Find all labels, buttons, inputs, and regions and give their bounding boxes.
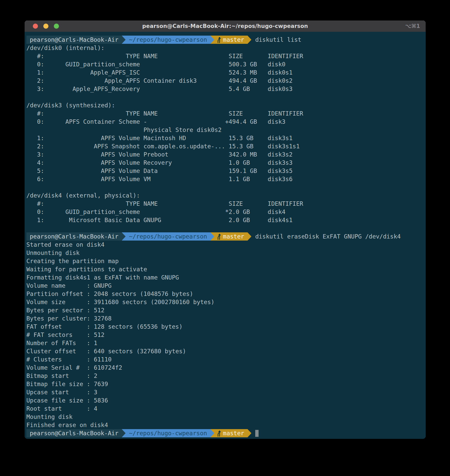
- terminal-line: Bitmap start : 2: [26, 372, 426, 380]
- terminal-line: /dev/disk4 (external, physical):: [26, 191, 426, 200]
- prompt-git-segment: master: [214, 429, 248, 437]
- prompt-line: pearson@Carls-MacBook-Air~/repos/hugo-cw…: [26, 36, 426, 44]
- window-title: pearson@Carls-MacBook-Air:~/repos/hugo-c…: [142, 23, 308, 29]
- prompt-git-segment: master: [214, 232, 248, 241]
- powerline-separator-icon: [122, 232, 126, 241]
- terminal-line: Volume Serial # : 610724f2: [26, 364, 426, 372]
- terminal-line: 6: APFS Volume VM 1.1 GB disk3s6: [26, 175, 426, 183]
- powerline-separator-icon: [210, 36, 214, 44]
- terminal-line: Mounting disk: [26, 413, 426, 421]
- window-shortcut-badge: ⌥⌘1: [405, 20, 420, 32]
- terminal-line: Volume size : 3911680 sectors (200278016…: [26, 298, 426, 306]
- terminal-line: /dev/disk3 (synthesized):: [26, 101, 426, 109]
- terminal-line: Bitmap file size : 7639: [26, 380, 426, 388]
- powerline-separator-icon: [122, 36, 126, 44]
- close-button[interactable]: [33, 24, 38, 29]
- powerline-separator-icon: [210, 232, 214, 241]
- powerline-separator-icon: [248, 429, 251, 437]
- terminal-line: Upcase start : 3: [26, 388, 426, 396]
- terminal-line: Formatting disk4s1 as ExFAT with name GN…: [26, 273, 426, 282]
- terminal-line: Bytes per sector : 512: [26, 306, 426, 314]
- terminal-line: Creating the partition map: [26, 257, 426, 265]
- terminal-line: 4: APFS Volume Recovery 1.0 GB disk3s3: [26, 159, 426, 167]
- prompt-directory-segment: ~/repos/hugo-cwpearson: [126, 36, 210, 44]
- terminal-window: pearson@Carls-MacBook-Air:~/repos/hugo-c…: [25, 20, 426, 439]
- terminal-line: 0: GUID_partition_scheme 500.3 GB disk0: [26, 60, 426, 68]
- terminal-line: 2: APFS Snapshot com.apple.os.update-...…: [26, 142, 426, 150]
- powerline-separator-icon: [248, 232, 251, 241]
- terminal-line: 3: APFS Volume Preboot 342.0 MB disk3s2: [26, 150, 426, 159]
- terminal-line: # FAT sectors : 512: [26, 331, 426, 339]
- terminal-line: Physical Store disk0s2: [26, 126, 426, 134]
- terminal-content[interactable]: pearson@Carls-MacBook-Air~/repos/hugo-cw…: [25, 32, 426, 437]
- terminal-line: [26, 224, 426, 232]
- prompt-user-segment: pearson@Carls-MacBook-Air: [26, 429, 122, 437]
- powerline-separator-icon: [210, 429, 214, 437]
- terminal-line: FAT offset : 128 sectors (65536 bytes): [26, 323, 426, 331]
- terminal-line: Started erase on disk4: [26, 241, 426, 249]
- terminal-line: Number of FATs : 1: [26, 339, 426, 347]
- terminal-line: 2: Apple_APFS Container disk3 494.4 GB d…: [26, 77, 426, 85]
- terminal-line: /dev/disk0 (internal):: [26, 44, 426, 52]
- terminal-line: 0: APFS Container Scheme - +494.4 GB dis…: [26, 118, 426, 126]
- powerline-separator-icon: [248, 36, 251, 44]
- terminal-line: Waiting for partitions to activate: [26, 265, 426, 273]
- terminal-line: #: TYPE NAME SIZE IDENTIFIER: [26, 200, 426, 208]
- git-branch-icon: [217, 233, 221, 240]
- terminal-line: Upcase file size : 5836: [26, 396, 426, 405]
- minimize-button[interactable]: [43, 24, 48, 29]
- terminal-line: #: TYPE NAME SIZE IDENTIFIER: [26, 52, 426, 60]
- prompt-directory-segment: ~/repos/hugo-cwpearson: [126, 232, 210, 241]
- powerline-separator-icon: [122, 429, 126, 437]
- git-branch-icon: [217, 430, 221, 437]
- terminal-line: Volume name : GNUPG: [26, 282, 426, 290]
- terminal-line: 1: Apple_APFS_ISC 524.3 MB disk0s1: [26, 68, 426, 77]
- prompt-line: pearson@Carls-MacBook-Air~/repos/hugo-cw…: [26, 429, 426, 437]
- git-branch-name: master: [223, 429, 244, 437]
- terminal-line: Unmounting disk: [26, 249, 426, 257]
- terminal-line: 1: Microsoft Basic Data GNUPG 2.0 GB dis…: [26, 216, 426, 224]
- prompt-git-segment: master: [214, 36, 248, 44]
- prompt-line: pearson@Carls-MacBook-Air~/repos/hugo-cw…: [26, 232, 426, 241]
- command-text: diskutil eraseDisk ExFAT GNUPG /dev/disk…: [255, 232, 401, 241]
- terminal-line: #: TYPE NAME SIZE IDENTIFIER: [26, 109, 426, 118]
- terminal-line: [26, 183, 426, 191]
- terminal-line: # Clusters : 61110: [26, 355, 426, 364]
- terminal-line: [26, 93, 426, 101]
- prompt-directory-segment: ~/repos/hugo-cwpearson: [126, 429, 210, 437]
- terminal-line: Root start : 4: [26, 405, 426, 413]
- prompt-user-segment: pearson@Carls-MacBook-Air: [26, 36, 122, 44]
- terminal-line: Cluster offset : 640 sectors (327680 byt…: [26, 347, 426, 355]
- prompt-user-segment: pearson@Carls-MacBook-Air: [26, 232, 122, 241]
- terminal-line: Bytes per cluster: 32768: [26, 314, 426, 323]
- fullscreen-button[interactable]: [54, 24, 59, 29]
- terminal-cursor: [255, 430, 259, 437]
- terminal-line: Partition offset : 2048 sectors (1048576…: [26, 290, 426, 298]
- terminal-line: 1: APFS Volume Macintosh HD 15.3 GB disk…: [26, 134, 426, 142]
- git-branch-icon: [217, 36, 221, 43]
- terminal-line: 3: Apple_APFS_Recovery 5.4 GB disk0s3: [26, 85, 426, 93]
- traffic-lights: [33, 24, 59, 29]
- terminal-line: 5: APFS Volume Data 159.1 GB disk3s5: [26, 167, 426, 175]
- git-branch-name: master: [223, 232, 244, 241]
- command-text: diskutil list: [255, 36, 301, 44]
- terminal-line: Finished erase on disk4: [26, 421, 426, 429]
- titlebar[interactable]: pearson@Carls-MacBook-Air:~/repos/hugo-c…: [25, 20, 426, 32]
- terminal-line: 0: GUID_partition_scheme *2.0 GB disk4: [26, 208, 426, 216]
- git-branch-name: master: [223, 36, 244, 44]
